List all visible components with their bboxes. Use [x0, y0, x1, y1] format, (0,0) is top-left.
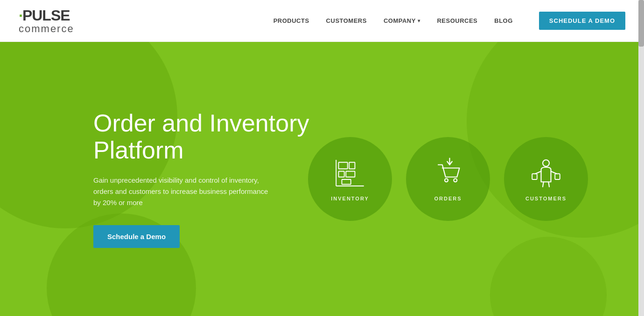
nav-customers[interactable]: CUSTOMERS [326, 17, 367, 24]
customers-label: CUSTOMERS [525, 196, 567, 201]
svg-point-10 [543, 160, 549, 166]
hero-cta-button[interactable]: Schedule a Demo [93, 225, 180, 248]
logo-commerce: commerce [19, 24, 74, 34]
nav-resources[interactable]: RESOURCES [437, 17, 477, 24]
inventory-icon [334, 157, 366, 189]
svg-rect-1 [339, 172, 344, 177]
orders-label: ORDERS [434, 196, 462, 201]
hero-section: Order and Inventory Platform Gain unprec… [0, 42, 644, 316]
nav-products[interactable]: PRODUCTS [273, 17, 309, 24]
header-schedule-button[interactable]: SCHEDULE A DEMO [539, 12, 625, 30]
nav-company[interactable]: COMPANY ▾ [384, 17, 420, 24]
orders-circle[interactable]: ORDERS [406, 137, 490, 221]
hero-subtitle: Gain unprecedented visibility and contro… [93, 175, 271, 208]
svg-line-15 [543, 182, 544, 187]
hero-title: Order and Inventory Platform [93, 110, 327, 163]
svg-point-8 [454, 179, 457, 182]
hero-icons: INVENTORY ORDERS [308, 137, 588, 221]
header: ·PULSE commerce PRODUCTS CUSTOMERS COMPA… [0, 0, 644, 42]
logo-pulse: ·PULSE [19, 8, 74, 23]
scrollbar-thumb[interactable] [638, 0, 644, 47]
logo[interactable]: ·PULSE commerce [19, 8, 74, 34]
deco-circle-bottom-right [490, 237, 607, 316]
svg-rect-0 [339, 162, 348, 169]
chevron-down-icon: ▾ [418, 18, 420, 23]
svg-line-16 [548, 182, 549, 187]
main-nav: PRODUCTS CUSTOMERS COMPANY ▾ RESOURCES B… [273, 12, 625, 30]
svg-rect-12 [532, 174, 537, 179]
inventory-label: INVENTORY [331, 196, 369, 201]
svg-rect-4 [342, 179, 351, 185]
inventory-circle[interactable]: INVENTORY [308, 137, 392, 221]
scrollbar[interactable] [638, 0, 644, 316]
svg-rect-3 [349, 162, 355, 169]
svg-rect-2 [346, 172, 355, 177]
nav-blog[interactable]: BLOG [494, 17, 513, 24]
svg-rect-14 [555, 174, 560, 179]
svg-point-7 [445, 179, 448, 182]
hero-content: Order and Inventory Platform Gain unprec… [93, 110, 327, 247]
orders-icon [432, 157, 464, 189]
customers-icon [530, 157, 562, 189]
customers-circle[interactable]: CUSTOMERS [504, 137, 588, 221]
